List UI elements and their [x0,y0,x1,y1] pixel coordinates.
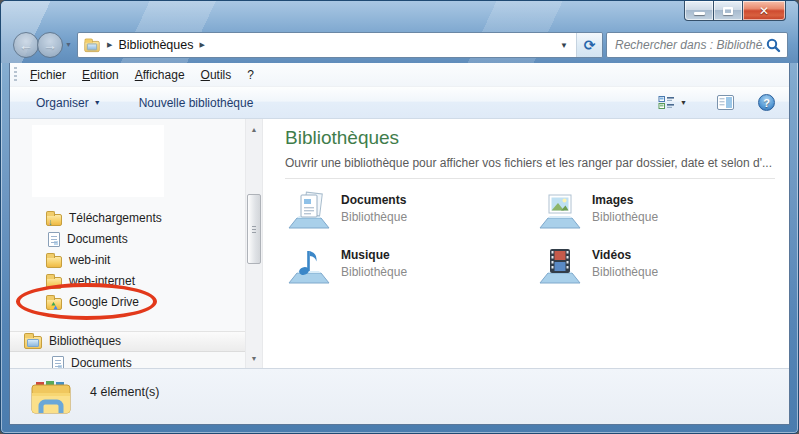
toolbar-right-group: ▼ ? [652,91,775,114]
menu-edition[interactable]: Edition [82,68,119,82]
document-icon [48,232,60,247]
sidebar-item-web-internet[interactable]: web-internet [46,271,135,291]
documents-library-icon [286,187,332,233]
search-icon[interactable] [766,38,781,53]
caption-buttons: ✕ [684,1,786,21]
sidebar-item-documents-library[interactable]: Documents [52,353,132,368]
library-name: Musique [341,248,407,262]
sidebar-item-label: Bibliothèques [49,334,121,348]
library-item-documents[interactable]: Documents Bibliothèque [286,187,407,233]
preview-pane-icon [717,95,734,110]
sidebar-item-telechargements[interactable]: ↓ Téléchargements [46,208,162,228]
library-item-images[interactable]: Images Bibliothèque [537,187,658,233]
library-item-musique[interactable]: Musique Bibliothèque [286,242,407,288]
menu-affichage[interactable]: Affichage [135,68,185,82]
forward-icon: → [43,37,57,53]
new-library-button[interactable]: Nouvelle bibliothèque [133,92,260,114]
minimize-button[interactable] [684,1,714,21]
sidebar-item-google-drive[interactable]: Google Drive [46,292,139,312]
items-view: Bibliothèques Ouvrir une bibliothèque po… [264,119,789,368]
search-box [606,32,788,58]
library-type: Bibliothèque [592,210,658,224]
preview-pane-button[interactable] [711,91,740,114]
libraries-big-icon [28,374,74,420]
address-bar[interactable]: ▶ Bibliothèques ▶ ▼ ⟳ [77,32,603,58]
navigation-bar: ← → ▼ ▶ Bibliothèques ▶ ▼ ⟳ [1,29,798,63]
navigation-pane: ↓ Téléchargements Documents web-init web… [10,119,245,368]
refresh-icon: ⟳ [584,38,596,52]
folder-icon [46,277,62,289]
sidebar-item-label: Google Drive [69,295,139,309]
scroll-up-icon[interactable]: ▲ [247,121,261,137]
library-type: Bibliothèque [592,265,658,279]
google-drive-logo-icon [49,302,58,310]
blank-region [32,125,164,197]
explorer-window: ✕ ← → ▼ ▶ Bibliothèques ▶ ▼ ⟳ Fichier Ed… [0,0,799,434]
maximize-icon [723,7,733,15]
views-icon [658,95,675,110]
status-bar: 4 élément(s) [10,368,789,424]
menu-fichier[interactable]: Fichier [30,68,66,82]
sidebar-item-label: Documents [71,356,132,368]
organize-button[interactable]: Organiser ▼ [30,92,107,114]
back-icon: ← [19,37,33,53]
library-item-videos[interactable]: Vidéos Bibliothèque [537,242,658,288]
tree-scrollbar[interactable]: ▲ ▼ [245,119,263,368]
page-title: Bibliothèques [285,127,399,149]
libraries-icon [84,41,99,52]
music-library-icon [286,242,332,288]
breadcrumb-arrow-icon[interactable]: ▶ [107,41,112,49]
sidebar-item-label: web-init [69,253,110,267]
content-area: ↓ Téléchargements Documents web-init web… [10,119,789,368]
sidebar-item-web-init[interactable]: web-init [46,250,110,270]
header-divider [285,178,775,179]
gdrive-folder-icon [46,298,62,310]
library-name: Vidéos [592,248,658,262]
close-icon: ✕ [759,5,769,17]
back-button[interactable]: ← [13,32,39,58]
document-icon [52,356,64,369]
folder-icon [46,256,62,268]
breadcrumb-libraries[interactable]: Bibliothèques [118,38,193,52]
menu-bar: Fichier Edition Affichage Outils ? [10,63,789,87]
menu-help[interactable]: ? [247,68,254,82]
images-library-icon [537,187,583,233]
scroll-down-icon[interactable]: ▼ [247,350,261,366]
downloads-folder-icon: ↓ [46,214,62,226]
library-name: Documents [341,193,407,207]
menu-outils[interactable]: Outils [201,68,232,82]
breadcrumb-arrow-icon[interactable]: ▶ [199,41,204,49]
refresh-button[interactable]: ⟳ [576,33,602,57]
forward-button[interactable]: → [37,32,63,58]
sidebar-item-label: Documents [67,232,128,246]
address-dropdown-icon[interactable]: ▼ [552,33,576,57]
library-icon [24,336,42,349]
scrollbar-thumb[interactable] [247,194,261,264]
library-type: Bibliothèque [341,210,407,224]
help-button[interactable]: ? [758,94,775,111]
chevron-down-icon: ▼ [680,99,687,106]
toolbar-grip[interactable] [14,67,17,82]
chevron-down-icon: ▼ [94,99,101,106]
new-library-label: Nouvelle bibliothèque [139,96,254,110]
help-icon: ? [763,97,770,109]
close-button[interactable]: ✕ [742,1,786,21]
organize-label: Organiser [36,96,89,110]
search-input[interactable] [615,38,766,52]
sidebar-item-documents[interactable]: Documents [48,229,128,249]
sidebar-item-label: web-internet [69,274,135,288]
library-type: Bibliothèque [341,265,407,279]
download-arrow-icon: ↓ [48,218,53,227]
page-subtitle: Ouvrir une bibliothèque pour afficher vo… [285,156,772,170]
library-name: Images [592,193,658,207]
maximize-button[interactable] [714,1,742,21]
sidebar-item-label: Téléchargements [69,211,162,225]
client-area: Fichier Edition Affichage Outils ? Organ… [9,63,790,425]
minimize-icon [694,12,705,15]
history-dropdown-icon[interactable]: ▼ [65,41,72,48]
command-bar: Organiser ▼ Nouvelle bibliothèque [10,87,789,119]
item-count: 4 élément(s) [90,385,159,399]
videos-library-icon [537,242,583,288]
sidebar-item-bibliotheques[interactable]: Bibliothèques [24,331,121,351]
views-button[interactable]: ▼ [652,91,693,114]
